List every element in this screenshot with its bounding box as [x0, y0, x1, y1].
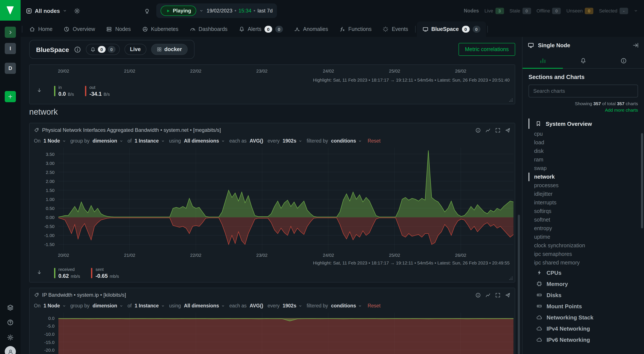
expand-icon[interactable] [495, 292, 500, 298]
chevron-down-icon[interactable] [298, 139, 302, 143]
node-filter[interactable]: 1 Node [44, 303, 60, 308]
chevron-down-icon[interactable] [221, 139, 225, 143]
search-charts-input[interactable] [528, 84, 638, 98]
date-range-picker[interactable]: 19/02/2023 • 15:34 • last 7d [206, 8, 273, 14]
subsection-load[interactable]: load [528, 138, 638, 147]
interval-selector[interactable]: 1902s [283, 138, 296, 144]
group-by-selector[interactable]: dimension [92, 138, 117, 144]
sidebar-scrollbar[interactable] [641, 133, 643, 228]
dimensions-selector[interactable]: All dimensions [184, 303, 219, 308]
section-system-overview[interactable]: System Overview [528, 118, 638, 130]
aggregation-selector[interactable]: AVG() [250, 303, 263, 308]
space-settings-button[interactable] [74, 8, 80, 14]
rail-settings-button[interactable] [5, 332, 16, 343]
ip-bandwidth-chart[interactable] [58, 312, 514, 354]
main-scrollbar[interactable] [518, 215, 520, 354]
add-more-charts-link[interactable]: Add more charts [528, 107, 638, 112]
chart-type-icon[interactable] [485, 292, 491, 298]
subsection-cpu[interactable]: cpu [528, 130, 638, 138]
legend-item-out[interactable]: out -34.1 B/s [85, 85, 110, 98]
expand-rail-button[interactable] [5, 26, 16, 38]
chevron-down-icon[interactable] [298, 304, 302, 308]
resize-grip-icon[interactable] [508, 98, 514, 102]
info-icon[interactable] [475, 127, 481, 133]
legend-item-sent[interactable]: sent -0.65 mb/s [91, 267, 119, 280]
tab-dashboards[interactable]: Dashboards [184, 22, 233, 37]
section-cpus[interactable]: CPUs [528, 267, 638, 278]
counter-selected[interactable]: Selected - [599, 8, 628, 14]
chevron-down-icon[interactable] [119, 139, 123, 143]
counter-live[interactable]: Live 3 [484, 8, 504, 14]
tab-bluespace[interactable]: BlueSpace 0 0 [417, 22, 486, 37]
interval-selector[interactable]: 1902s [283, 303, 296, 308]
subsection-interrupts[interactable]: interrupts [528, 198, 638, 207]
section-ipv4-networking[interactable]: IPv4 Networking [528, 323, 638, 334]
tab-overview[interactable]: Overview [58, 22, 101, 37]
subsection-idlejitter[interactable]: idlejitter [528, 190, 638, 198]
tab-kubernetes[interactable]: Kubernetes [136, 22, 184, 37]
share-icon[interactable] [505, 292, 510, 298]
workspace-d-button[interactable]: D [5, 63, 16, 74]
section-disks[interactable]: Disks [528, 290, 638, 300]
subsection-swap[interactable]: swap [528, 164, 638, 172]
chevron-down-icon[interactable] [161, 304, 165, 308]
playing-button[interactable]: Playing [160, 6, 196, 16]
conditions-selector[interactable]: conditions [331, 138, 356, 144]
chevron-down-icon[interactable] [221, 304, 225, 308]
resize-grip-icon[interactable] [508, 276, 514, 281]
instance-selector[interactable]: 1 Instance [134, 303, 159, 308]
legend-item-received[interactable]: received 0.62 mb/s [54, 267, 80, 280]
chevron-down-icon[interactable] [62, 304, 66, 308]
subsection-network[interactable]: network [528, 172, 638, 181]
node-scope-selector[interactable]: All nodes [26, 8, 67, 14]
aggregation-selector[interactable]: AVG() [250, 138, 263, 144]
netdata-logo[interactable] [0, 0, 20, 20]
section-mount-points[interactable]: Mount Points [528, 300, 638, 312]
chevron-down-icon[interactable] [199, 8, 204, 13]
subsection-uptime[interactable]: uptime [528, 233, 638, 241]
integrations-button[interactable] [5, 302, 16, 313]
chevron-down-icon[interactable] [634, 8, 638, 13]
subsection-entropy[interactable]: entropy [528, 224, 638, 233]
subsection-processes[interactable]: processes [528, 181, 638, 190]
legend-item-in[interactable]: in 0.0 B/s [54, 85, 74, 98]
subsection-softirqs[interactable]: softirqs [528, 207, 638, 216]
counter-offline[interactable]: Offline 0 [536, 8, 561, 14]
news-bulb-button[interactable] [144, 8, 150, 14]
sidebar-tab-info[interactable] [604, 53, 644, 68]
section-ipv6-networking[interactable]: IPv6 Networking [528, 334, 638, 345]
subsection-disk[interactable]: disk [528, 147, 638, 156]
sidebar-tab-sections[interactable] [522, 53, 563, 68]
chevron-down-icon[interactable] [358, 304, 362, 308]
tab-events[interactable]: Events [377, 22, 414, 37]
arrow-down-icon[interactable] [36, 88, 42, 93]
share-icon[interactable] [505, 127, 510, 133]
collapse-sidebar-button[interactable] [632, 42, 639, 48]
chevron-down-icon[interactable] [119, 304, 123, 308]
subsection-ram[interactable]: ram [528, 156, 638, 164]
instance-selector[interactable]: 1 Instance [134, 138, 159, 144]
info-icon[interactable] [475, 292, 481, 298]
counter-stale[interactable]: Stale 0 [510, 8, 531, 14]
chevron-down-icon[interactable] [161, 139, 165, 143]
dimensions-selector[interactable]: All dimensions [184, 138, 219, 144]
metric-correlations-button[interactable]: Metric correlations [458, 43, 515, 56]
room-alerts-pill[interactable]: 0 0 [86, 44, 120, 55]
help-button[interactable] [5, 317, 16, 328]
user-avatar-button[interactable] [5, 346, 16, 354]
chevron-down-icon[interactable] [358, 139, 362, 143]
subsection-softnet[interactable]: softnet [528, 216, 638, 224]
section-memory[interactable]: Memory [528, 278, 638, 290]
subsection-ipc-semaphores[interactable]: ipc semaphores [528, 250, 638, 258]
node-filter[interactable]: 1 Node [44, 138, 60, 144]
tab-home[interactable]: Home [24, 22, 58, 37]
tab-functions[interactable]: Functions [334, 22, 377, 37]
tab-alerts[interactable]: Alerts 0 0 [233, 22, 288, 37]
tab-anomalies[interactable]: Anomalies [288, 22, 334, 37]
counter-unseen[interactable]: Unseen 0 [566, 8, 594, 14]
room-info-button[interactable] [74, 46, 81, 53]
docker-pill[interactable]: docker [151, 44, 188, 55]
expand-icon[interactable] [495, 127, 500, 133]
subsection-ipc-shared-memory[interactable]: ipc shared memory [528, 258, 638, 267]
reset-button[interactable]: Reset [368, 303, 380, 308]
